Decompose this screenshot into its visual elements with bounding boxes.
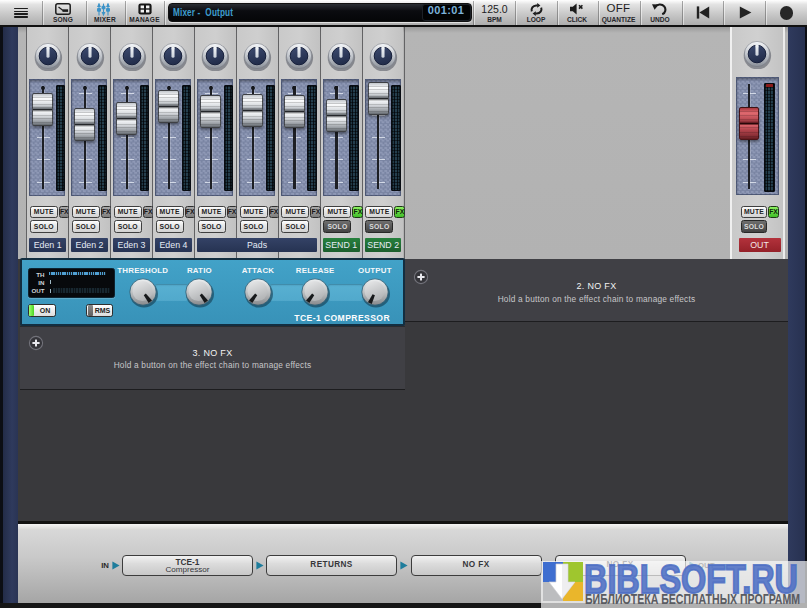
svg-text:БИБЛИОТЕКА БЕСПЛАТНЫХ ПРОГРАММ: БИБЛИОТЕКА БЕСПЛАТНЫХ ПРОГРАММ [585,591,800,607]
